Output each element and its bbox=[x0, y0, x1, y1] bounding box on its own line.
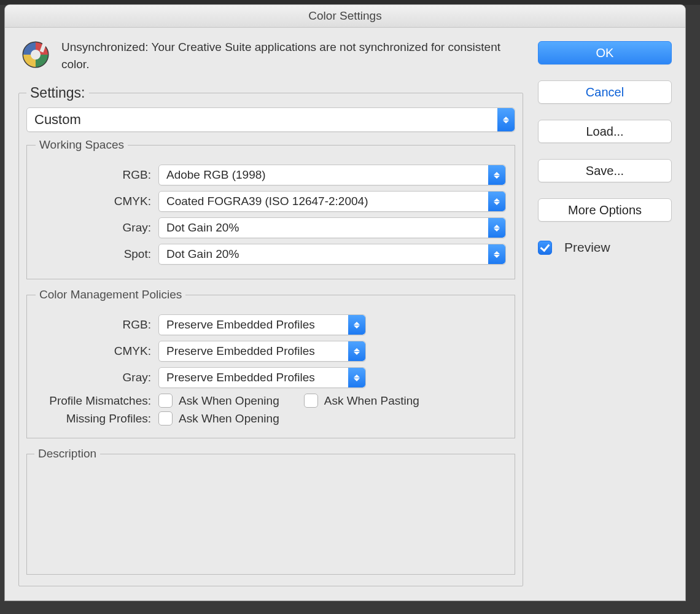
unsynchronized-icon bbox=[18, 39, 53, 71]
settings-dropdown[interactable]: Custom bbox=[26, 107, 515, 132]
ok-button[interactable]: OK bbox=[538, 41, 672, 64]
pol-cmyk-value: Preserve Embedded Profiles bbox=[166, 344, 315, 358]
ws-cmyk-label: CMYK: bbox=[36, 195, 158, 208]
ws-spot-dropdown[interactable]: Dot Gain 20% bbox=[158, 244, 506, 265]
description-group: Description bbox=[26, 447, 515, 575]
ws-rgb-label: RGB: bbox=[36, 168, 158, 182]
load-button[interactable]: Load... bbox=[538, 120, 672, 143]
save-button-label: Save... bbox=[586, 164, 624, 178]
mismatch-label: Profile Mismatches: bbox=[36, 394, 158, 408]
unsynchronized-message: Unsynchronized: Your Creative Suite appl… bbox=[61, 39, 523, 72]
cancel-button-label: Cancel bbox=[586, 85, 624, 99]
background-strip bbox=[0, 0, 700, 5]
chevron-updown-icon bbox=[488, 218, 505, 238]
chevron-updown-icon bbox=[488, 192, 505, 211]
ws-rgb-value: Adobe RGB (1998) bbox=[166, 168, 266, 182]
more-options-label: More Options bbox=[568, 203, 642, 217]
ws-gray-dropdown[interactable]: Dot Gain 20% bbox=[158, 217, 506, 238]
chevron-updown-icon bbox=[488, 165, 505, 185]
ws-gray-value: Dot Gain 20% bbox=[166, 221, 239, 235]
pol-rgb-dropdown[interactable]: Preserve Embedded Profiles bbox=[158, 314, 366, 335]
svg-point-1 bbox=[31, 50, 40, 59]
working-spaces-group: Working Spaces RGB: Adobe RGB (1998) CMY… bbox=[26, 138, 515, 279]
pol-rgb-value: Preserve Embedded Profiles bbox=[166, 318, 315, 332]
ws-rgb-dropdown[interactable]: Adobe RGB (1998) bbox=[158, 165, 506, 185]
mismatch-open-checkbox[interactable] bbox=[158, 394, 173, 408]
preview-label: Preview bbox=[564, 240, 610, 255]
pol-gray-dropdown[interactable]: Preserve Embedded Profiles bbox=[158, 367, 366, 388]
policies-legend: Color Management Policies bbox=[36, 288, 185, 301]
working-spaces-legend: Working Spaces bbox=[36, 138, 128, 152]
ws-spot-value: Dot Gain 20% bbox=[166, 247, 239, 261]
chevron-updown-icon bbox=[488, 244, 505, 264]
mismatch-paste-checkbox[interactable] bbox=[304, 394, 318, 408]
pol-gray-label: Gray: bbox=[36, 371, 158, 384]
dialog-title: Color Settings bbox=[5, 5, 685, 28]
save-button[interactable]: Save... bbox=[538, 159, 672, 182]
chevron-updown-icon bbox=[497, 108, 515, 131]
ok-button-label: OK bbox=[596, 46, 614, 60]
missing-open-checkbox[interactable] bbox=[158, 411, 173, 426]
color-settings-dialog: Color Settings Unsynchronized: Your Crea… bbox=[5, 5, 685, 600]
mismatch-open-text: Ask When Opening bbox=[179, 394, 279, 408]
pol-gray-value: Preserve Embedded Profiles bbox=[166, 371, 315, 384]
settings-value: Custom bbox=[34, 112, 81, 128]
preview-checkbox[interactable] bbox=[538, 241, 552, 255]
settings-fieldset: Settings: Custom Working Spaces RGB: Ado… bbox=[18, 85, 523, 586]
chevron-updown-icon bbox=[348, 368, 365, 387]
cancel-button[interactable]: Cancel bbox=[538, 80, 672, 104]
ws-gray-label: Gray: bbox=[36, 221, 158, 235]
mismatch-paste-text: Ask When Pasting bbox=[324, 394, 419, 408]
pol-cmyk-label: CMYK: bbox=[36, 344, 158, 358]
missing-label: Missing Profiles: bbox=[36, 412, 158, 426]
pol-cmyk-dropdown[interactable]: Preserve Embedded Profiles bbox=[158, 341, 366, 362]
more-options-button[interactable]: More Options bbox=[538, 198, 672, 222]
settings-label: Settings: bbox=[26, 85, 89, 101]
missing-open-text: Ask When Opening bbox=[179, 412, 279, 426]
ws-spot-label: Spot: bbox=[36, 247, 158, 261]
chevron-updown-icon bbox=[348, 315, 365, 335]
pol-rgb-label: RGB: bbox=[36, 318, 158, 332]
ws-cmyk-dropdown[interactable]: Coated FOGRA39 (ISO 12647-2:2004) bbox=[158, 191, 506, 212]
description-legend: Description bbox=[34, 447, 100, 460]
ws-cmyk-value: Coated FOGRA39 (ISO 12647-2:2004) bbox=[166, 195, 368, 208]
load-button-label: Load... bbox=[586, 125, 623, 139]
policies-group: Color Management Policies RGB: Preserve … bbox=[26, 288, 515, 438]
chevron-updown-icon bbox=[348, 341, 365, 361]
